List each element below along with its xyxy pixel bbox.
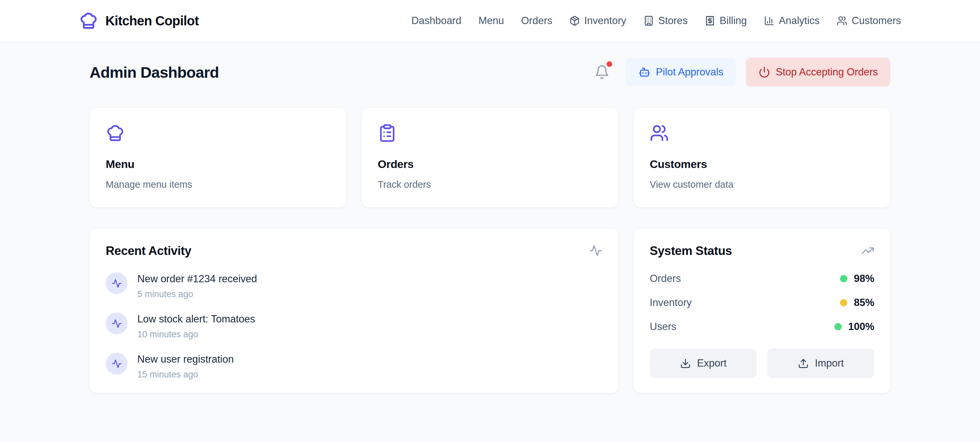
- nav-label: Analytics: [779, 15, 819, 27]
- nav-label: Stores: [658, 15, 688, 27]
- nav-item-orders[interactable]: Orders: [521, 15, 552, 27]
- nav-item-customers[interactable]: Customers: [837, 15, 901, 27]
- nav-item-dashboard[interactable]: Dashboard: [411, 15, 461, 27]
- activity-item: New order #1234 received 5 minutes ago: [106, 272, 602, 299]
- recent-activity-panel: Recent Activity New order #1234 received…: [89, 228, 619, 393]
- clipboard-list-icon: [378, 124, 397, 143]
- status-row-orders: Orders 98%: [650, 266, 874, 291]
- pilot-approvals-button[interactable]: Pilot Approvals: [626, 58, 736, 87]
- package-icon: [570, 16, 580, 26]
- bottom-panels-row: Recent Activity New order #1234 received…: [89, 228, 891, 393]
- activity-text: New user registration: [137, 353, 234, 365]
- nav-label: Inventory: [584, 15, 626, 27]
- stop-accepting-orders-button[interactable]: Stop Accepting Orders: [746, 58, 891, 87]
- notification-dot: [606, 61, 612, 67]
- nav-label: Billing: [719, 15, 747, 27]
- chef-hat-icon: [79, 11, 98, 30]
- menu-card[interactable]: Menu Manage menu items: [89, 107, 347, 207]
- chef-hat-icon: [106, 124, 125, 143]
- bot-icon: [638, 66, 651, 78]
- stop-accepting-orders-label: Stop Accepting Orders: [776, 66, 878, 78]
- activity-icon: [111, 278, 122, 289]
- status-dot: [840, 299, 847, 306]
- status-row-inventory: Inventory 85%: [650, 291, 874, 315]
- activity-icon: [589, 244, 602, 257]
- nav-item-billing[interactable]: Billing: [705, 15, 747, 27]
- card-title: Orders: [378, 158, 602, 171]
- nav-links: Dashboard Menu Orders Inventory Stores B…: [411, 15, 901, 27]
- bar-chart-icon: [764, 16, 775, 26]
- card-subtitle: Manage menu items: [106, 179, 330, 190]
- pilot-approvals-label: Pilot Approvals: [656, 66, 724, 78]
- activity-item: New user registration 15 minutes ago: [106, 353, 602, 380]
- brand-logo[interactable]: Kitchen Copilot: [79, 11, 199, 30]
- activity-icon: [111, 318, 122, 329]
- activity-icon: [111, 359, 122, 369]
- brand-name: Kitchen Copilot: [105, 14, 199, 28]
- activity-time: 15 minutes ago: [137, 370, 234, 380]
- quick-cards-row: Menu Manage menu items Orders Track orde…: [89, 107, 891, 207]
- building-icon: [643, 16, 654, 26]
- status-value: 100%: [848, 321, 874, 333]
- activity-time: 5 minutes ago: [137, 289, 257, 299]
- download-icon: [680, 358, 691, 369]
- nav-item-inventory[interactable]: Inventory: [570, 15, 626, 27]
- status-row-users: Users 100%: [650, 315, 874, 339]
- top-navbar: Kitchen Copilot Dashboard Menu Orders In…: [0, 0, 980, 42]
- activity-time: 10 minutes ago: [137, 329, 255, 340]
- nav-label: Dashboard: [411, 15, 461, 27]
- import-button[interactable]: Import: [767, 348, 874, 378]
- nav-label: Customers: [851, 15, 901, 27]
- card-subtitle: View customer data: [650, 179, 874, 190]
- bell-icon: [594, 65, 609, 80]
- status-label: Inventory: [650, 297, 692, 308]
- status-dot: [840, 275, 847, 282]
- import-label: Import: [815, 357, 844, 369]
- status-label: Orders: [650, 273, 681, 285]
- orders-card[interactable]: Orders Track orders: [361, 107, 619, 207]
- customers-card[interactable]: Customers View customer data: [633, 107, 891, 207]
- activity-text: New order #1234 received: [137, 272, 257, 285]
- users-icon: [650, 124, 669, 143]
- receipt-icon: [705, 16, 715, 26]
- status-dot: [834, 323, 842, 330]
- notifications-button[interactable]: [594, 65, 609, 80]
- power-icon: [758, 66, 770, 78]
- recent-activity-title: Recent Activity: [106, 244, 191, 258]
- status-value: 98%: [854, 273, 874, 285]
- nav-item-menu[interactable]: Menu: [479, 15, 504, 27]
- page-title: Admin Dashboard: [89, 63, 219, 81]
- system-status-panel: System Status Orders 98% Inventory 85%: [633, 228, 891, 393]
- trending-up-icon: [861, 244, 874, 257]
- upload-icon: [798, 358, 809, 369]
- export-button[interactable]: Export: [650, 348, 757, 378]
- export-label: Export: [697, 357, 727, 369]
- activity-text: Low stock alert: Tomatoes: [137, 313, 255, 325]
- status-label: Users: [650, 321, 676, 333]
- card-subtitle: Track orders: [378, 179, 602, 190]
- card-title: Customers: [650, 158, 874, 171]
- nav-item-stores[interactable]: Stores: [643, 15, 688, 27]
- activity-item: Low stock alert: Tomatoes 10 minutes ago: [106, 313, 602, 340]
- status-value: 85%: [854, 297, 874, 308]
- nav-label: Menu: [479, 15, 504, 27]
- nav-label: Orders: [521, 15, 552, 27]
- system-status-title: System Status: [650, 244, 732, 258]
- nav-item-analytics[interactable]: Analytics: [764, 15, 819, 27]
- users-icon: [837, 16, 847, 26]
- page-header: Admin Dashboard Pilot Approvals Stop Acc…: [89, 57, 891, 87]
- card-title: Menu: [106, 158, 330, 171]
